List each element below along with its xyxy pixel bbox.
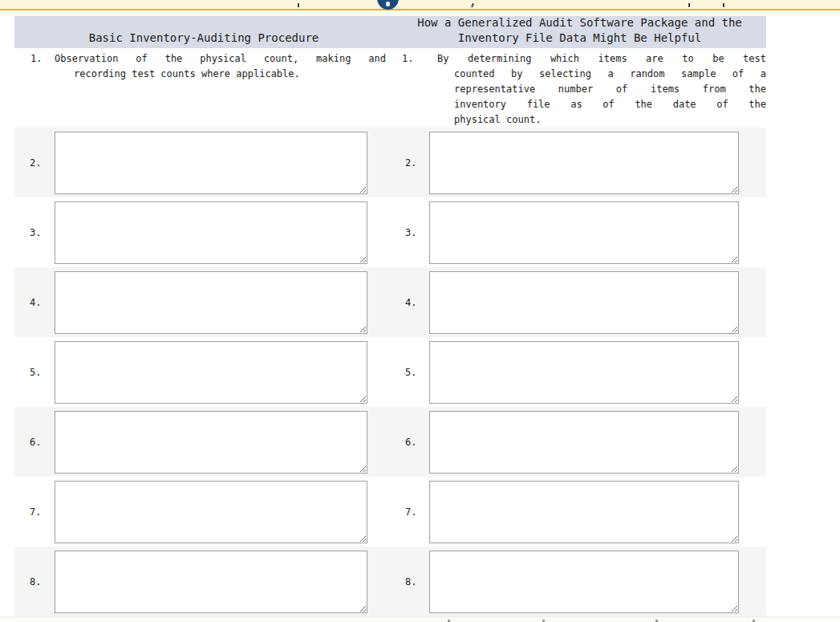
answer-textarea-left-4[interactable] (55, 271, 367, 334)
column-header-basic-procedure: Basic Inventory-Auditing Procedure (14, 16, 393, 48)
answer-row-right: 6. (393, 411, 766, 474)
clipped-glyph-fragment (688, 3, 690, 7)
row1-right-number: 1. (402, 51, 437, 67)
answer-row-left: 7. (14, 481, 393, 543)
row-number-right: 5. (405, 367, 429, 378)
row-number-right: 8. (405, 576, 429, 587)
answer-row-left: 6. (14, 411, 393, 474)
clipped-top-toolbar (0, 0, 840, 10)
answer-row-right: 3. (393, 201, 766, 264)
answer-textarea-right-6[interactable] (429, 411, 739, 474)
answer-row-left: 8. (14, 551, 393, 613)
answer-row-2: 2. 2. (14, 128, 766, 197)
answer-textarea-right-8[interactable] (429, 551, 739, 613)
row-number-left: 3. (30, 227, 55, 238)
row1-right-cell: 1. By determining which items are to be … (393, 51, 766, 128)
answer-textarea-left-5[interactable] (55, 341, 367, 404)
answer-row-right: 5. (393, 341, 766, 404)
clipped-glyph-fragment (471, 3, 474, 7)
row1-left-line: recording test counts where applicable. (55, 67, 386, 82)
row1-right-line: physical count. (437, 112, 766, 128)
row-number-right: 6. (405, 437, 429, 448)
column-header-line2: Inventory File Data Might Be Helpful (393, 30, 766, 46)
answer-textarea-right-7[interactable] (429, 481, 739, 543)
column-header-software-helpful: How a Generalized Audit Software Package… (393, 16, 766, 48)
row1-left-cell: 1. Observation of the physical count, ma… (14, 51, 393, 128)
answer-row-8: 8. 8. (14, 547, 766, 616)
row1-left-number: 1. (30, 51, 55, 67)
answer-row-right: 7. (393, 481, 766, 543)
row-number-left: 5. (30, 367, 55, 378)
row-number-right: 2. (405, 157, 429, 169)
answer-row-right: 4. (393, 271, 766, 334)
answer-row-right: 8. (393, 551, 766, 613)
row-number-left: 7. (30, 506, 55, 518)
row1-right-line: counted by selecting a random sample of … (437, 67, 766, 82)
answer-row-6: 6. 6. (14, 407, 766, 477)
answer-textarea-right-3[interactable] (429, 201, 739, 264)
row-number-right: 3. (405, 227, 429, 238)
clipped-bottom-content (0, 616, 840, 622)
answer-textarea-right-5[interactable] (429, 341, 739, 404)
row1-right-line: By determining which items are to be tes… (437, 51, 766, 67)
audit-worksheet-table: Basic Inventory-Auditing Procedure How a… (14, 16, 766, 616)
row-number-right: 4. (405, 297, 429, 308)
clipped-glyph-fragment (723, 3, 724, 7)
row-number-right: 7. (405, 506, 429, 518)
info-circle-icon[interactable] (377, 0, 399, 10)
answer-textarea-left-2[interactable] (55, 132, 367, 194)
answer-row-7: 7. 7. (14, 477, 766, 547)
row1-left-text: Observation of the physical count, makin… (55, 51, 386, 82)
answer-textarea-right-4[interactable] (429, 271, 739, 334)
answer-row-4: 4. 4. (14, 267, 766, 337)
answer-row-left: 5. (14, 341, 393, 404)
answer-row-left: 3. (14, 201, 393, 264)
row-number-left: 8. (30, 576, 55, 587)
answer-row-5: 5. 5. (14, 337, 766, 407)
answer-textarea-left-8[interactable] (55, 551, 367, 613)
row-number-left: 2. (30, 157, 55, 169)
example-row-1: 1. Observation of the physical count, ma… (14, 48, 766, 128)
column-header-line1: How a Generalized Audit Software Package… (393, 15, 766, 30)
answer-row-right: 2. (393, 132, 766, 194)
row-number-left: 6. (30, 437, 55, 448)
answer-textarea-left-6[interactable] (55, 411, 367, 474)
answer-textarea-left-7[interactable] (55, 481, 367, 543)
answer-row-3: 3. 3. (14, 197, 766, 267)
row1-right-line: inventory file as of the date of the (437, 97, 766, 112)
table-header-row: Basic Inventory-Auditing Procedure How a… (14, 16, 766, 48)
answer-textarea-right-2[interactable] (429, 132, 739, 194)
row1-right-line: representative number of items from the (437, 82, 766, 97)
row-number-left: 4. (30, 297, 55, 308)
answer-row-left: 2. (14, 132, 393, 194)
clipped-glyph-fragment (298, 3, 299, 7)
answer-textarea-left-3[interactable] (55, 201, 367, 264)
row1-right-text: By determining which items are to be tes… (437, 51, 766, 128)
answer-row-left: 4. (14, 271, 393, 334)
row1-left-line: Observation of the physical count, makin… (55, 51, 386, 67)
